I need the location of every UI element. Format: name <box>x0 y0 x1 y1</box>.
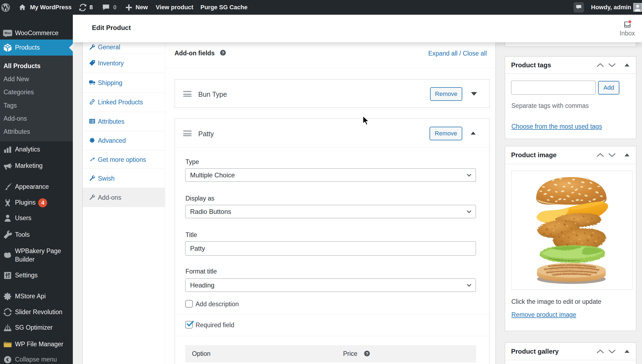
svg-text:Woo: Woo <box>4 31 11 35</box>
